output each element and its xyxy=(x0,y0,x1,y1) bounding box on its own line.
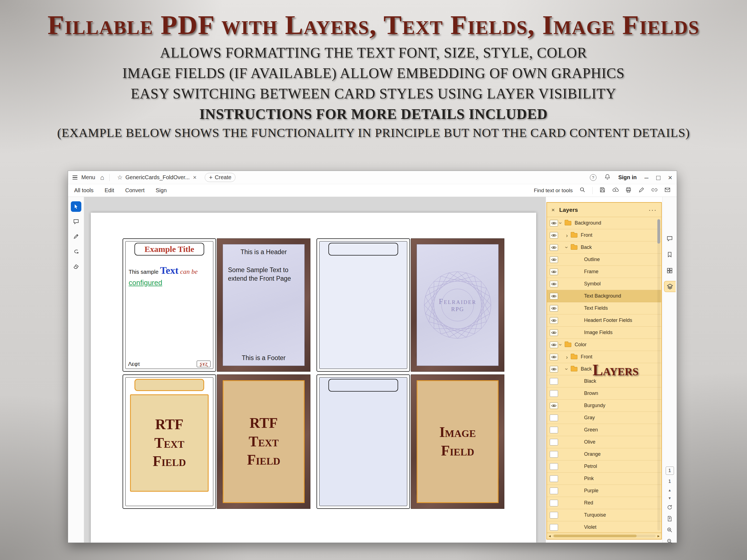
layer-row-image-fields[interactable]: Image Fields xyxy=(547,327,661,339)
layer-row-red[interactable]: Red xyxy=(547,497,661,509)
layer-hidden-checkbox[interactable] xyxy=(550,415,558,421)
rotate-button[interactable] xyxy=(667,504,673,512)
expand-icon[interactable]: › xyxy=(564,232,570,238)
shape-tool-button[interactable] xyxy=(71,246,81,257)
footer-right-field[interactable]: ʂɤʐ xyxy=(197,361,210,367)
panel-close-icon[interactable]: × xyxy=(551,207,555,213)
layer-visible-eye-icon[interactable] xyxy=(550,354,558,360)
layer-hidden-checkbox[interactable] xyxy=(550,475,558,482)
comments-panel-button[interactable] xyxy=(664,233,676,244)
layer-row-gray[interactable]: Gray xyxy=(547,412,661,424)
layer-row-turquoise[interactable]: Turquoise xyxy=(547,509,661,521)
layer-row-frame[interactable]: Frame xyxy=(547,266,661,278)
printer-icon[interactable] xyxy=(625,187,632,194)
bookmarks-panel-button[interactable] xyxy=(664,249,676,260)
menu-item-all-tools[interactable]: All tools xyxy=(74,187,94,193)
layer-visible-eye-icon[interactable] xyxy=(550,317,558,324)
layer-hidden-checkbox[interactable] xyxy=(550,451,558,458)
panel-horizontal-scrollbar[interactable]: ◂ ▸ xyxy=(547,532,661,539)
layer-visible-eye-icon[interactable] xyxy=(550,232,558,239)
layer-visible-eye-icon[interactable] xyxy=(550,293,558,299)
panel-vertical-scrollbar[interactable] xyxy=(658,219,660,531)
menu-button[interactable]: Menu xyxy=(73,174,95,181)
scroll-up-icon[interactable]: ▲ xyxy=(668,488,671,492)
layer-visible-eye-icon[interactable] xyxy=(550,305,558,312)
link-icon[interactable] xyxy=(651,187,658,194)
create-button[interactable]: + Create xyxy=(205,173,235,182)
layer-hidden-checkbox[interactable] xyxy=(550,439,558,446)
layers-panel-button[interactable] xyxy=(664,281,676,292)
pencil-tool-button[interactable] xyxy=(71,231,81,242)
save-icon[interactable] xyxy=(599,187,606,194)
document-tab[interactable]: ☆ GenericCards_FoldOver... × xyxy=(114,172,200,183)
select-tool-button[interactable] xyxy=(71,201,81,212)
tab-close-icon[interactable]: × xyxy=(192,174,197,181)
layer-row-green[interactable]: Green xyxy=(547,424,661,436)
layer-visible-eye-icon[interactable] xyxy=(550,342,558,348)
help-icon[interactable]: ? xyxy=(590,174,596,181)
layer-row-text-fields[interactable]: Text Fields xyxy=(547,302,661,314)
layer-visible-eye-icon[interactable] xyxy=(550,329,558,336)
layer-visible-eye-icon[interactable] xyxy=(550,402,558,409)
layer-row-symbol[interactable]: Symbol xyxy=(547,278,661,290)
sign-in-button[interactable]: Sign in xyxy=(618,174,637,181)
comment-tool-button[interactable] xyxy=(71,216,81,227)
layer-hidden-checkbox[interactable] xyxy=(550,463,558,470)
layer-visible-eye-icon[interactable] xyxy=(550,269,558,275)
image-back-field[interactable]: Image Field xyxy=(417,380,498,503)
layer-visible-eye-icon[interactable] xyxy=(550,244,558,251)
menu-item-convert[interactable]: Convert xyxy=(125,187,145,193)
collapse-icon[interactable]: › xyxy=(564,367,570,372)
layer-row-outline[interactable]: Outline xyxy=(547,254,661,266)
maximize-button[interactable] xyxy=(656,174,661,181)
layer-row-purple[interactable]: Purple xyxy=(547,485,661,497)
page-number-box[interactable]: 1 xyxy=(666,466,674,475)
layer-hidden-checkbox[interactable] xyxy=(550,427,558,433)
layer-visible-eye-icon[interactable] xyxy=(550,256,558,263)
layer-row-front[interactable]: ›Front xyxy=(547,229,661,241)
layer-visible-eye-icon[interactable] xyxy=(550,366,558,373)
layer-hidden-checkbox[interactable] xyxy=(550,524,558,531)
layer-visible-eye-icon[interactable] xyxy=(550,220,558,226)
rtf-body-field[interactable]: RTF Text Field xyxy=(130,394,209,492)
sign-pen-icon[interactable] xyxy=(638,187,645,194)
layer-row-headert-footer-fields[interactable]: Headert Footer Fields xyxy=(547,314,661,327)
scroll-left-icon[interactable]: ◂ xyxy=(549,533,551,538)
layer-hidden-checkbox[interactable] xyxy=(550,390,558,397)
export-button[interactable] xyxy=(667,515,673,523)
minimize-button[interactable]: – xyxy=(644,174,648,181)
bell-icon[interactable] xyxy=(604,174,611,181)
scroll-right-icon[interactable]: ▸ xyxy=(658,533,660,538)
layer-visible-eye-icon[interactable] xyxy=(550,281,558,287)
card-body-field[interactable]: This sample Text can be configured xyxy=(129,263,210,288)
envelope-icon[interactable] xyxy=(664,187,671,194)
layer-hidden-checkbox[interactable] xyxy=(550,487,558,494)
layer-hidden-checkbox[interactable] xyxy=(550,512,558,518)
layer-row-petrol[interactable]: Petrol xyxy=(547,460,661,473)
layer-row-pink[interactable]: Pink xyxy=(547,473,661,485)
collapse-icon[interactable]: › xyxy=(558,220,564,226)
document-area[interactable]: Example Title This sample Text can be co… xyxy=(84,197,546,542)
scroll-down-icon[interactable]: ▼ xyxy=(668,496,671,500)
panel-options-icon[interactable]: ··· xyxy=(648,206,657,214)
menu-item-sign[interactable]: Sign xyxy=(156,187,167,193)
layer-row-color[interactable]: ›Color xyxy=(547,339,661,351)
expand-icon[interactable]: › xyxy=(564,354,570,360)
layer-row-burgundy[interactable]: Burgundy xyxy=(547,400,661,412)
eraser-tool-button[interactable] xyxy=(71,261,81,272)
layer-row-back[interactable]: ›Back xyxy=(547,241,661,254)
scrollbar-thumb[interactable] xyxy=(553,535,637,537)
layer-row-background[interactable]: ›Background xyxy=(547,217,661,229)
layer-row-text-background[interactable]: Text Background xyxy=(547,290,661,302)
layer-row-violet[interactable]: Violet xyxy=(547,521,661,533)
collapse-icon[interactable]: › xyxy=(558,342,564,348)
star-icon[interactable]: ☆ xyxy=(117,174,123,181)
thumbnails-panel-button[interactable] xyxy=(664,265,676,276)
rtf-back-field[interactable]: RTF Text Field xyxy=(223,380,305,503)
empty-title-field[interactable] xyxy=(328,379,398,392)
cloud-upload-icon[interactable] xyxy=(612,187,619,194)
find-tools-label[interactable]: Find text or tools xyxy=(534,187,573,193)
close-button[interactable]: × xyxy=(668,174,672,181)
layer-row-brown[interactable]: Brown xyxy=(547,388,661,400)
zoom-in-button[interactable] xyxy=(667,527,673,534)
